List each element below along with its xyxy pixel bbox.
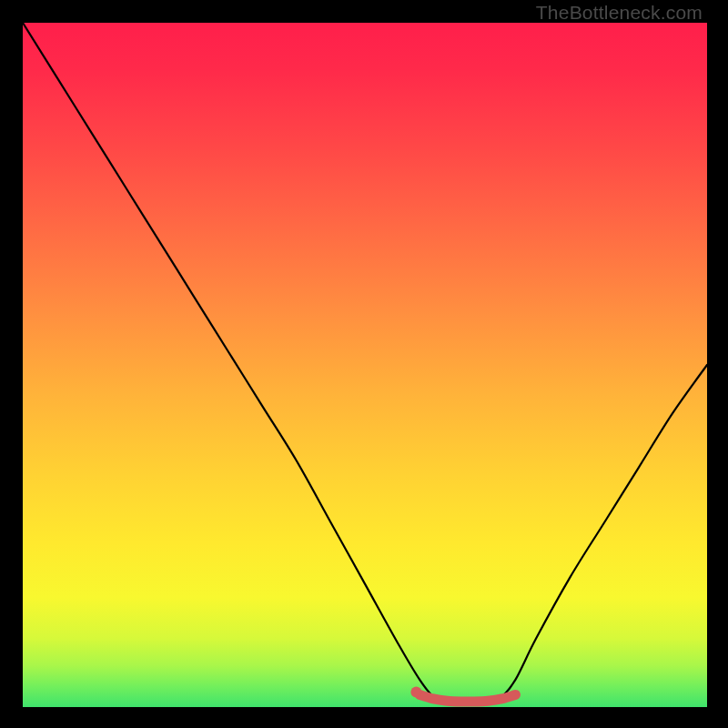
- optimal-band-path: [420, 694, 515, 702]
- bottleneck-curve-path: [23, 23, 707, 705]
- chart-plot-area: [23, 23, 707, 707]
- optimal-marker-dot: [410, 686, 421, 697]
- watermark-text: TheBottleneck.com: [536, 2, 703, 24]
- chart-overlay: [23, 23, 707, 707]
